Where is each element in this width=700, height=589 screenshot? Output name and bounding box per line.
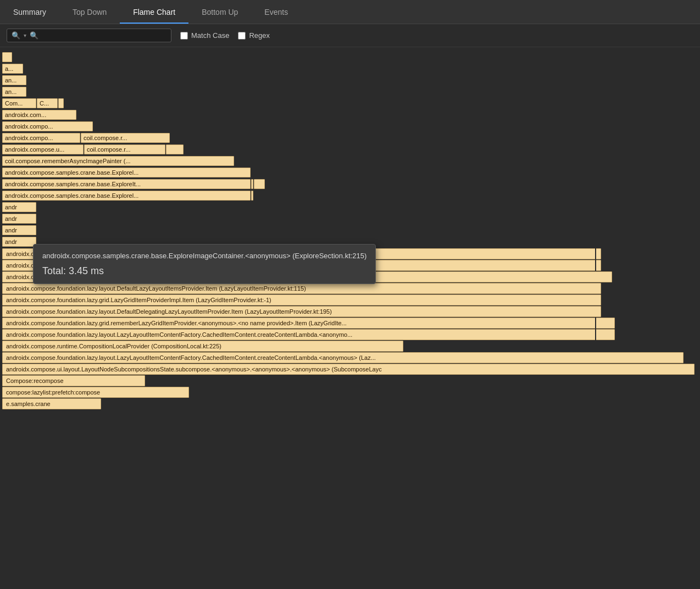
search-bar: 🔍 ▾ Match Case Regex (0, 24, 700, 47)
full-bar[interactable]: androidx.compose.foundation.lazy.layout.… (2, 306, 601, 317)
flame-row-3: an... (2, 75, 698, 86)
full-bar[interactable]: e.samples.crane (2, 398, 101, 409)
flame-bar[interactable] (2, 52, 12, 62)
tab-bottom-up[interactable]: Bottom Up (188, 0, 251, 24)
flame-bar[interactable] (251, 179, 253, 189)
flame-bar[interactable]: andr (2, 237, 36, 247)
tooltip-title: androidx.compose.samples.crane.base.Expl… (42, 251, 366, 261)
full-bar-wrap-12: Compose:recompose (2, 375, 698, 386)
regex-label[interactable]: Regex (238, 31, 270, 40)
full-bar-wrap-14: e.samples.crane (2, 398, 698, 409)
tick-mark (595, 260, 596, 271)
flame-bar[interactable] (58, 98, 64, 108)
flame-bar[interactable]: coil.compose.r... (81, 133, 170, 143)
flame-bar[interactable]: an... (2, 75, 26, 85)
flame-bar[interactable]: androidx.com... (2, 110, 76, 120)
search-input[interactable] (30, 31, 166, 40)
flame-row-2: a... (2, 63, 698, 74)
full-bar-wrap-9: androidx.compose.runtime.CompositionLoca… (2, 341, 698, 352)
match-case-text: Match Case (191, 31, 229, 40)
full-bar-wrap-6: androidx.compose.foundation.lazy.layout.… (2, 306, 698, 317)
full-bar[interactable]: androidx.compose.foundation.lazy.grid.re… (2, 318, 615, 329)
tick-mark (595, 248, 596, 259)
full-bar-wrap-11: androidx.compose.ui.layout.LayoutNodeSub… (2, 364, 698, 375)
flame-bar[interactable]: C... (37, 98, 58, 108)
flame-bar[interactable]: androidx.compo... (2, 133, 80, 143)
flame-bar[interactable]: androidx.compose.samples.crane.base.Expl… (2, 191, 251, 201)
regex-checkbox[interactable] (238, 32, 246, 40)
flame-bar[interactable]: androidx.compose.samples.crane.base.Expl… (2, 179, 251, 189)
flame-area: a... an... an... Com... C... androidx.co… (0, 47, 700, 414)
search-input-wrap[interactable]: 🔍 ▾ (7, 29, 171, 42)
full-bar[interactable]: androidx.compose.ui.layout.LayoutNodeSub… (2, 364, 695, 375)
flame-row-10: coil.compose.rememberAsyncImagePainter (… (2, 155, 698, 166)
flame-bar[interactable] (166, 145, 184, 154)
flame-bar[interactable]: andr (2, 225, 36, 235)
tab-summary[interactable]: Summary (0, 0, 59, 24)
full-bar[interactable]: androidx.compose.foundation.lazy.grid.La… (2, 294, 601, 305)
flame-bar[interactable]: androidx.compose.u... (2, 145, 84, 154)
tick-mark (595, 318, 596, 329)
flame-bar[interactable]: Com... (2, 98, 36, 108)
tab-flame-chart[interactable]: Flame Chart (120, 0, 188, 24)
flame-bar[interactable]: coil.compose.rememberAsyncImagePainter (… (2, 156, 234, 166)
flame-row-4: an... (2, 86, 698, 97)
full-bar[interactable]: androidx.compose.foundation.lazy.layout.… (2, 283, 601, 294)
full-bar[interactable]: androidx.compose.foundation.lazy.layout.… (2, 352, 684, 363)
regex-text: Regex (249, 31, 270, 40)
flame-bar[interactable]: andr (2, 202, 36, 212)
flame-bar[interactable] (254, 179, 265, 189)
match-case-label[interactable]: Match Case (180, 31, 229, 40)
flame-bar[interactable]: coil.compose.r... (84, 145, 165, 154)
full-bar-wrap-4: androidx.compose.foundation.lazy.layout.… (2, 283, 698, 294)
flame-row-7: androidx.compo... (2, 121, 698, 132)
full-bar[interactable]: compose:lazylist:prefetch:compose (2, 387, 189, 398)
tick-mark (595, 329, 596, 340)
tabs-bar: Summary Top Down Flame Chart Bottom Up E… (0, 0, 700, 24)
full-bar-wrap-7: androidx.compose.foundation.lazy.grid.re… (2, 318, 698, 329)
full-bar[interactable]: androidx.compose.foundation.lazy.layout.… (2, 329, 615, 340)
flame-row-9: androidx.compose.u... coil.compose.r... (2, 144, 698, 155)
search-icon: 🔍 (12, 31, 20, 40)
flame-bar[interactable] (251, 191, 253, 201)
flame-bar[interactable]: a... (2, 64, 23, 74)
tab-top-down[interactable]: Top Down (59, 0, 120, 24)
full-bar[interactable]: androidx.compose.runtime.CompositionLoca… (2, 341, 403, 352)
flame-bar[interactable]: androidx.compose.samples.crane.base.Expl… (2, 168, 251, 177)
flame-row-6: androidx.com... (2, 109, 698, 120)
flame-bar[interactable]: an... (2, 87, 26, 97)
match-case-checkbox[interactable] (180, 32, 188, 40)
full-bar-wrap-10: androidx.compose.foundation.lazy.layout.… (2, 352, 698, 363)
flame-row-16: andr (2, 225, 698, 236)
tooltip-total: Total: 3.45 ms (42, 265, 366, 277)
flame-row-1 (2, 52, 698, 63)
full-bar-wrap-13: compose:lazylist:prefetch:compose (2, 387, 698, 398)
flame-row-11: androidx.compose.samples.crane.base.Expl… (2, 167, 698, 178)
flame-row-13: androidx.compose.samples.crane.base.Expl… (2, 190, 698, 201)
flame-row-15: andr (2, 213, 698, 224)
flame-row-12: androidx.compose.samples.crane.base.Expl… (2, 179, 698, 190)
search-dropdown-arrow[interactable]: ▾ (24, 32, 26, 38)
full-bar-wrap-5: androidx.compose.foundation.lazy.grid.La… (2, 294, 698, 305)
flame-bar[interactable]: androidx.compo... (2, 121, 93, 131)
full-bar-wrap-8: androidx.compose.foundation.lazy.layout.… (2, 329, 698, 340)
flame-tooltip: androidx.compose.samples.crane.base.Expl… (33, 244, 376, 284)
full-bar[interactable]: Compose:recompose (2, 375, 145, 386)
flame-row-5: Com... C... (2, 98, 698, 109)
flame-row-8: androidx.compo... coil.compose.r... (2, 132, 698, 143)
flame-bar[interactable]: andr (2, 214, 36, 224)
flame-row-14: andr (2, 202, 698, 213)
tab-events[interactable]: Events (251, 0, 301, 24)
